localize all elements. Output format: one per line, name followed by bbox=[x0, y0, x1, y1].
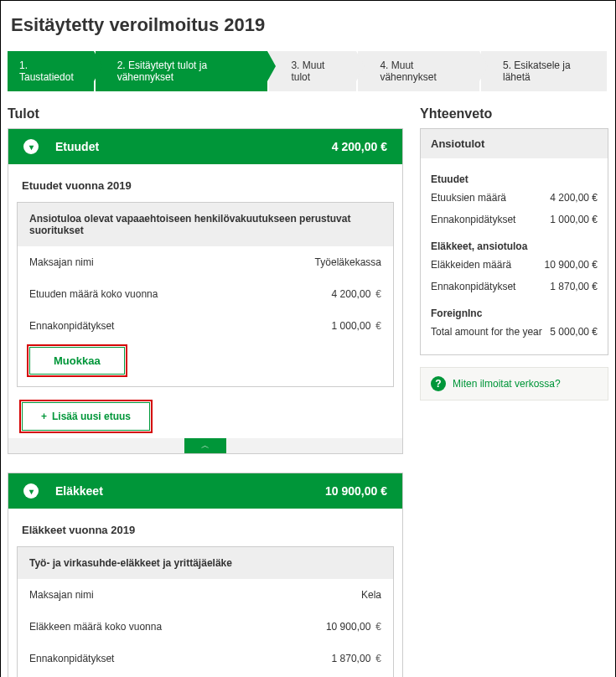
summary-value: 1 000,00 € bbox=[550, 214, 598, 225]
summary-label: Ennakonpidätykset bbox=[431, 214, 515, 225]
panel-title: Etuudet bbox=[55, 140, 332, 153]
row-value: Työeläkekassa bbox=[315, 256, 381, 268]
panel-title: Eläkkeet bbox=[55, 484, 325, 498]
data-row: Maksajan nimiKela bbox=[18, 579, 393, 611]
currency-label: € bbox=[375, 320, 381, 332]
plus-icon: + bbox=[41, 411, 47, 422]
row-value: 10 900,00€ bbox=[326, 621, 381, 633]
data-row: Ennakonpidätykset1 000,00€ bbox=[18, 310, 393, 342]
summary-line: Etuuksien määrä4 200,00 € bbox=[431, 187, 598, 209]
summary-value: 4 200,00 € bbox=[550, 192, 598, 204]
progress-steps: 1. Taustatiedot2. Esitäytetyt tulot ja v… bbox=[8, 51, 608, 91]
summary-group-heading: Eläkkeet, ansiotuloa bbox=[431, 240, 598, 252]
row-label: Ennakonpidätykset bbox=[29, 320, 114, 332]
row-label: Maksajan nimi bbox=[29, 256, 94, 268]
currency-label: € bbox=[375, 621, 381, 633]
panel-elakkeet: ▾Eläkkeet10 900,00 €Eläkkeet vuonna 2019… bbox=[8, 473, 403, 677]
summary-box: Ansiotulot EtuudetEtuuksien määrä4 200,0… bbox=[420, 128, 608, 355]
collapse-bar: ︿ bbox=[8, 438, 402, 453]
summary-line: Eläkkeiden määrä10 900,00 € bbox=[431, 254, 598, 276]
help-icon: ? bbox=[431, 376, 446, 391]
add-button[interactable]: +Lisää uusi etuus bbox=[22, 402, 150, 431]
row-label: Ennakonpidätykset bbox=[29, 653, 114, 664]
edit-button[interactable]: Muokkaa bbox=[29, 347, 125, 375]
page-title: Esitäytetty veroilmoitus 2019 bbox=[11, 14, 608, 36]
collapse-button[interactable]: ︿ bbox=[184, 438, 226, 453]
summary-group-heading: Etuudet bbox=[431, 173, 598, 185]
panel-subheading: Etuudet vuonna 2019 bbox=[22, 179, 389, 192]
panel-etuudet: ▾Etuudet4 200,00 €Etuudet vuonna 2019Ans… bbox=[8, 128, 403, 454]
currency-label: € bbox=[375, 653, 381, 664]
data-row: Maksajan nimiTyöeläkekassa bbox=[18, 246, 393, 278]
summary-label: Ennakonpidätykset bbox=[431, 281, 515, 292]
add-label: Lisää uusi etuus bbox=[52, 411, 131, 422]
summary-line: Total amount for the year5 000,00 € bbox=[431, 321, 598, 343]
summary-line: Ennakonpidätykset1 870,00 € bbox=[431, 276, 598, 297]
data-card: Ansiotuloa olevat vapaaehtoiseen henkilö… bbox=[17, 202, 394, 387]
summary-group-heading: ForeignInc bbox=[431, 307, 598, 319]
summary-value: 5 000,00 € bbox=[550, 326, 598, 338]
data-row: Ennakonpidätykset1 870,00€ bbox=[18, 643, 393, 674]
row-label: Etuuden määrä koko vuonna bbox=[29, 288, 158, 300]
panel-header-elakkeet[interactable]: ▾Eläkkeet10 900,00 € bbox=[8, 473, 402, 509]
row-value: 1 000,00€ bbox=[332, 320, 381, 332]
summary-line: Ennakonpidätykset1 000,00 € bbox=[431, 209, 598, 230]
panel-amount: 10 900,00 € bbox=[325, 484, 387, 498]
row-label: Maksajan nimi bbox=[29, 589, 94, 601]
currency-label: € bbox=[375, 288, 381, 300]
step-1[interactable]: 1. Taustatiedot bbox=[8, 51, 96, 91]
row-value: 4 200,00€ bbox=[332, 288, 381, 300]
data-card: Työ- ja virkasuhde-eläkkeet ja yrittäjäe… bbox=[17, 546, 394, 677]
summary-title: Ansiotulot bbox=[421, 129, 608, 158]
card-title: Ansiotuloa olevat vapaaehtoiseen henkilö… bbox=[18, 203, 393, 246]
row-value: Kela bbox=[361, 589, 381, 601]
card-title: Työ- ja virkasuhde-eläkkeet ja yrittäjäe… bbox=[18, 547, 393, 579]
step-2[interactable]: 2. Esitäytetyt tulot ja vähennykset bbox=[96, 51, 270, 91]
data-row: Etuuden määrä koko vuonna4 200,00€ bbox=[18, 278, 393, 310]
chevron-down-icon: ▾ bbox=[23, 483, 39, 499]
step-4[interactable]: 4. Muut vähennykset bbox=[358, 51, 481, 91]
main-heading: Tulot bbox=[8, 106, 403, 121]
summary-value: 10 900,00 € bbox=[545, 259, 598, 271]
panel-amount: 4 200,00 € bbox=[332, 140, 387, 153]
panel-subheading: Eläkkeet vuonna 2019 bbox=[22, 524, 389, 536]
data-row: Eläkkeen määrä koko vuonna10 900,00€ bbox=[18, 611, 393, 643]
row-value: 1 870,00€ bbox=[332, 653, 381, 664]
summary-value: 1 870,00 € bbox=[550, 281, 598, 292]
step-3[interactable]: 3. Muut tulot bbox=[269, 51, 358, 91]
help-link[interactable]: ? Miten ilmoitat verkossa? bbox=[420, 367, 608, 401]
summary-label: Eläkkeiden määrä bbox=[431, 259, 511, 271]
row-label: Eläkkeen määrä koko vuonna bbox=[29, 621, 162, 633]
chevron-down-icon: ▾ bbox=[23, 139, 39, 154]
summary-label: Etuuksien määrä bbox=[431, 192, 506, 204]
help-text: Miten ilmoitat verkossa? bbox=[453, 378, 561, 390]
summary-heading: Yhteenveto bbox=[420, 106, 608, 121]
summary-label: Total amount for the year bbox=[431, 326, 542, 338]
panel-header-etuudet[interactable]: ▾Etuudet4 200,00 € bbox=[8, 129, 402, 164]
step-5[interactable]: 5. Esikatsele ja lähetä bbox=[481, 51, 608, 91]
